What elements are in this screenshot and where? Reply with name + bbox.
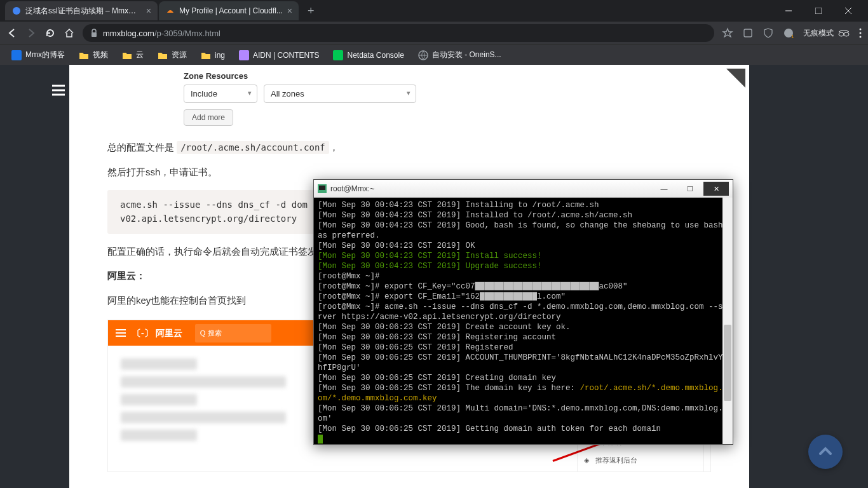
terminal-line: [Mon Sep 30 00:04:23 CST 2019] Install s…	[318, 251, 729, 261]
bookmark-icon	[158, 51, 168, 60]
page-viewport: Zone Resources Include All zones Add mor…	[0, 65, 868, 488]
tab-1[interactable]: 泛域名ssl证书自动续期 – Mmx的... ×	[5, 1, 158, 20]
browser-tab-strip: 泛域名ssl证书自动续期 – Mmx的... × My Profile | Ac…	[0, 0, 868, 22]
page-corner	[726, 69, 745, 88]
svg-point-12	[860, 32, 862, 34]
bookmark-label: AIDN | CONTENTS	[253, 51, 319, 60]
bookmark-item[interactable]: 视频	[74, 47, 113, 63]
svg-rect-2	[815, 8, 822, 14]
bookmark-item[interactable]: 自动安装 - OneinS...	[413, 47, 506, 63]
terminal-line: [Mon Sep 30 00:06:25 CST 2019] ACCOUNT_T…	[318, 353, 729, 373]
browser-nav-bar: mmxblog.com/p-3059/Mmx.html 1 无痕模式	[0, 22, 868, 44]
tab-2[interactable]: My Profile | Account | Cloudfl... ×	[159, 1, 299, 20]
zone-include-dropdown[interactable]: Include	[184, 85, 257, 103]
terminal-line: [Mon Sep 30 00:06:25 CST 2019] Registere…	[318, 342, 729, 353]
svg-rect-5	[92, 32, 97, 37]
svg-rect-6	[744, 29, 752, 37]
nav-home[interactable]	[64, 27, 75, 39]
terminal-line: [root@Mmx ~]# export CF_Email="162██████…	[318, 292, 729, 302]
nav-forward[interactable]	[25, 27, 37, 39]
terminal-line: [Mon Sep 30 00:06:25 CST 2019] The domai…	[318, 383, 729, 403]
nav-back[interactable]	[6, 27, 18, 39]
tab-title-1: 泛域名ssl证书自动续期 – Mmx的...	[25, 6, 142, 17]
bookmarks-bar: Mmx的博客视频云资源ingAIDN | CONTENTSNetdata Con…	[0, 44, 868, 65]
aliyun-hamburger-icon	[116, 329, 126, 337]
incognito-indicator[interactable]: 无痕模式	[803, 28, 850, 39]
svg-text:1: 1	[791, 34, 794, 39]
terminal-line: [Mon Sep 30 00:04:23 CST 2019] Good, bas…	[318, 220, 729, 241]
add-more-button[interactable]: Add more	[184, 109, 233, 126]
url-bar[interactable]: mmxblog.com/p-3059/Mmx.html	[83, 24, 714, 42]
bookmark-item[interactable]: 资源	[153, 47, 192, 63]
terminal-line: [root@Mmx ~]# acme.sh --issue --dns dns_…	[318, 302, 729, 322]
ssh-maximize[interactable]: ☐	[677, 182, 703, 196]
ssh-terminal-output[interactable]: [Mon Sep 30 00:04:23 CST 2019] Installin…	[314, 198, 733, 444]
putty-icon	[318, 184, 327, 193]
svg-point-9	[839, 32, 844, 36]
code-account-conf: /root/.acme.sh/account.conf	[177, 141, 329, 154]
tab-close-2[interactable]: ×	[287, 6, 292, 16]
scroll-to-top-button[interactable]	[808, 435, 843, 469]
bookmark-label: 视频	[93, 50, 108, 60]
reader-icon[interactable]	[742, 27, 754, 39]
bookmark-label: Netdata Console	[347, 51, 403, 60]
terminal-line: [Mon Sep 30 00:04:23 CST 2019] Installed…	[318, 210, 729, 220]
bookmark-label: ing	[215, 51, 225, 60]
ssh-title: root@Mmx:~	[330, 184, 648, 193]
svg-rect-22	[319, 186, 325, 190]
bookmark-label: 资源	[172, 50, 187, 60]
star-icon[interactable]	[722, 27, 733, 39]
ssh-titlebar[interactable]: root@Mmx:~ — ☐ ✕	[314, 180, 733, 198]
terminal-line: [Mon Sep 30 00:04:23 CST 2019] Upgrade s…	[318, 261, 729, 271]
window-close[interactable]	[834, 1, 863, 20]
window-minimize[interactable]	[774, 1, 803, 20]
shield-icon[interactable]	[763, 27, 774, 39]
ssh-scrollbar[interactable]	[722, 198, 733, 444]
terminal-line: [Mon Sep 30 00:04:23 CST 2019] OK	[318, 241, 729, 251]
zone-resources-label: Zone Resources	[184, 71, 711, 81]
terminal-line: [Mon Sep 30 00:06:23 CST 2019] Create ac…	[318, 322, 729, 332]
bookmark-icon	[11, 50, 22, 60]
bookmark-item[interactable]: Mmx的博客	[6, 47, 70, 63]
terminal-cursor	[318, 435, 323, 444]
ext-icon[interactable]: 1	[783, 27, 794, 39]
hamburger-menu[interactable]	[46, 78, 71, 103]
ssh-close[interactable]: ✕	[703, 182, 729, 196]
bookmark-icon	[418, 50, 428, 60]
nav-reload[interactable]	[44, 27, 56, 39]
svg-point-0	[13, 7, 20, 15]
svg-point-11	[860, 29, 862, 30]
lock-icon	[90, 29, 98, 37]
new-tab-button[interactable]: +	[300, 4, 322, 18]
bookmark-icon	[122, 51, 132, 60]
tab-close-1[interactable]: ×	[146, 6, 151, 16]
bookmark-icon	[201, 51, 211, 60]
bookmark-item[interactable]: Netdata Console	[328, 48, 409, 63]
svg-point-10	[844, 32, 849, 36]
tab-favicon-1	[11, 6, 22, 16]
url-text: mmxblog.com/p-3059/Mmx.html	[103, 29, 220, 38]
bookmark-item[interactable]: AIDN | CONTENTS	[234, 48, 324, 63]
ssh-terminal-window: root@Mmx:~ — ☐ ✕ [Mon Sep 30 00:04:23 CS…	[313, 179, 733, 445]
menu-icon[interactable]	[859, 27, 862, 39]
terminal-line: [Mon Sep 30 00:06:25 CST 2019] Getting d…	[318, 424, 729, 434]
zone-allzones-dropdown[interactable]: All zones	[264, 85, 416, 103]
bookmark-item[interactable]: ing	[196, 48, 230, 62]
terminal-line: [Mon Sep 30 00:06:23 CST 2019] Registeri…	[318, 332, 729, 342]
svg-point-13	[860, 36, 862, 38]
tab-favicon-2	[165, 6, 175, 16]
bookmark-item[interactable]: 云	[117, 47, 149, 63]
aliyun-logo: 〔-〕阿里云	[132, 325, 182, 342]
terminal-line: [Mon Sep 30 00:06:25 CST 2019] Multi dom…	[318, 403, 729, 424]
paragraph-1: 总的配置文件是 /root/.acme.sh/account.conf，	[107, 139, 711, 157]
terminal-line: [Mon Sep 30 00:04:23 CST 2019] Installin…	[318, 200, 729, 210]
tab-title-2: My Profile | Account | Cloudfl...	[179, 6, 283, 15]
ssh-minimize[interactable]: —	[651, 182, 677, 196]
bookmark-icon	[333, 50, 343, 60]
window-maximize[interactable]	[804, 1, 833, 20]
terminal-line: [root@Mmx ~]# export CF_Key="cc07███████…	[318, 281, 729, 292]
paragraph-2: 然后打开ssh，申请证书。	[107, 163, 711, 182]
bookmark-icon	[79, 51, 89, 60]
terminal-line: [root@Mmx ~]#	[318, 271, 729, 281]
bookmark-label: Mmx的博客	[25, 50, 65, 60]
